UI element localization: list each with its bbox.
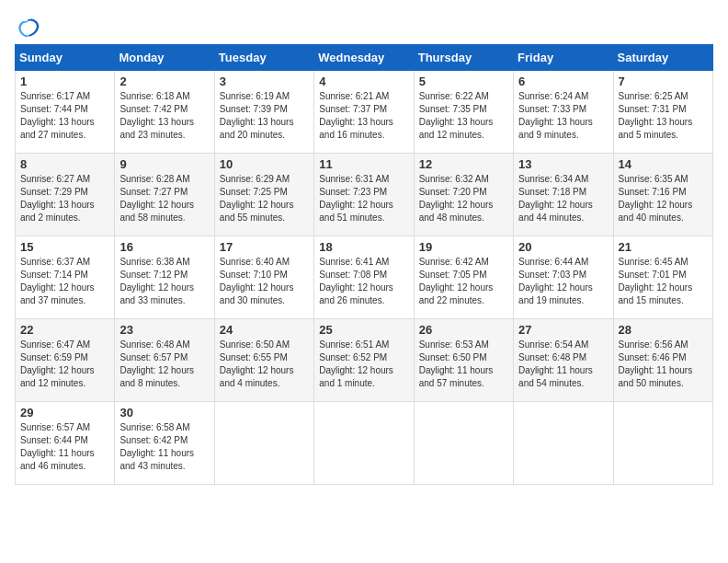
calendar-week-row: 22Sunrise: 6:47 AMSunset: 6:59 PMDayligh… (16, 319, 713, 402)
day-number: 10 (220, 157, 309, 171)
day-info: Sunrise: 6:21 AMSunset: 7:37 PMDaylight:… (319, 90, 408, 142)
day-info: Sunrise: 6:56 AMSunset: 6:46 PMDaylight:… (619, 339, 708, 390)
day-number: 19 (419, 240, 508, 254)
empty-cell (414, 402, 513, 485)
day-number: 18 (319, 240, 408, 254)
day-header-monday: Monday (115, 45, 214, 71)
calendar-header-row: SundayMondayTuesdayWednesdayThursdayFrid… (16, 45, 713, 71)
calendar-day-cell: 30Sunrise: 6:58 AMSunset: 6:42 PMDayligh… (115, 402, 214, 485)
day-number: 6 (518, 75, 608, 88)
day-number: 5 (419, 75, 508, 88)
day-info: Sunrise: 6:24 AMSunset: 7:33 PMDaylight:… (518, 90, 608, 142)
calendar-day-cell: 23Sunrise: 6:48 AMSunset: 6:57 PMDayligh… (115, 319, 214, 402)
day-number: 15 (20, 240, 109, 254)
empty-cell (314, 402, 414, 485)
day-info: Sunrise: 6:27 AMSunset: 7:29 PMDaylight:… (20, 173, 109, 224)
calendar-day-cell: 2Sunrise: 6:18 AMSunset: 7:42 PMDaylight… (115, 71, 214, 154)
logo (15, 15, 44, 40)
page-header (15, 15, 713, 40)
calendar-day-cell: 27Sunrise: 6:54 AMSunset: 6:48 PMDayligh… (514, 319, 613, 402)
calendar-day-cell: 28Sunrise: 6:56 AMSunset: 6:46 PMDayligh… (613, 319, 712, 402)
calendar-day-cell: 7Sunrise: 6:25 AMSunset: 7:31 PMDaylight… (613, 71, 712, 154)
calendar-day-cell: 20Sunrise: 6:44 AMSunset: 7:03 PMDayligh… (514, 236, 613, 319)
day-number: 7 (619, 75, 708, 88)
day-header-thursday: Thursday (414, 45, 513, 71)
day-number: 12 (419, 157, 508, 171)
day-number: 28 (619, 323, 708, 337)
day-info: Sunrise: 6:28 AMSunset: 7:27 PMDaylight:… (119, 173, 209, 224)
day-number: 11 (319, 157, 408, 171)
calendar-day-cell: 19Sunrise: 6:42 AMSunset: 7:05 PMDayligh… (414, 236, 513, 319)
day-info: Sunrise: 6:51 AMSunset: 6:52 PMDaylight:… (319, 339, 408, 390)
day-number: 24 (220, 323, 309, 337)
day-info: Sunrise: 6:54 AMSunset: 6:48 PMDaylight:… (518, 339, 608, 390)
day-number: 30 (119, 406, 209, 419)
calendar-day-cell: 1Sunrise: 6:17 AMSunset: 7:44 PMDaylight… (16, 71, 115, 154)
calendar-day-cell: 6Sunrise: 6:24 AMSunset: 7:33 PMDaylight… (514, 71, 613, 154)
calendar-day-cell: 16Sunrise: 6:38 AMSunset: 7:12 PMDayligh… (115, 236, 214, 319)
day-number: 22 (20, 323, 109, 337)
day-number: 14 (619, 157, 708, 171)
calendar-day-cell: 4Sunrise: 6:21 AMSunset: 7:37 PMDaylight… (314, 71, 414, 154)
calendar-week-row: 29Sunrise: 6:57 AMSunset: 6:44 PMDayligh… (16, 402, 713, 485)
day-number: 26 (419, 323, 508, 337)
day-info: Sunrise: 6:38 AMSunset: 7:12 PMDaylight:… (119, 256, 209, 307)
day-info: Sunrise: 6:44 AMSunset: 7:03 PMDaylight:… (518, 256, 608, 307)
day-header-friday: Friday (514, 45, 613, 71)
calendar-week-row: 1Sunrise: 6:17 AMSunset: 7:44 PMDaylight… (16, 71, 713, 154)
day-info: Sunrise: 6:34 AMSunset: 7:18 PMDaylight:… (518, 173, 608, 224)
calendar-week-row: 15Sunrise: 6:37 AMSunset: 7:14 PMDayligh… (16, 236, 713, 319)
logo-icon (15, 15, 40, 40)
calendar-day-cell: 9Sunrise: 6:28 AMSunset: 7:27 PMDaylight… (115, 154, 214, 236)
day-info: Sunrise: 6:19 AMSunset: 7:39 PMDaylight:… (220, 90, 309, 142)
day-info: Sunrise: 6:58 AMSunset: 6:42 PMDaylight:… (119, 421, 209, 473)
calendar-day-cell: 12Sunrise: 6:32 AMSunset: 7:20 PMDayligh… (414, 154, 513, 236)
calendar-day-cell: 8Sunrise: 6:27 AMSunset: 7:29 PMDaylight… (16, 154, 115, 236)
day-number: 2 (119, 75, 209, 88)
day-info: Sunrise: 6:41 AMSunset: 7:08 PMDaylight:… (319, 256, 408, 307)
day-info: Sunrise: 6:29 AMSunset: 7:25 PMDaylight:… (220, 173, 309, 224)
day-info: Sunrise: 6:17 AMSunset: 7:44 PMDaylight:… (20, 90, 109, 142)
calendar-day-cell: 18Sunrise: 6:41 AMSunset: 7:08 PMDayligh… (314, 236, 414, 319)
day-info: Sunrise: 6:45 AMSunset: 7:01 PMDaylight:… (619, 256, 708, 307)
calendar-week-row: 8Sunrise: 6:27 AMSunset: 7:29 PMDaylight… (16, 154, 713, 236)
day-info: Sunrise: 6:47 AMSunset: 6:59 PMDaylight:… (20, 339, 109, 390)
calendar-day-cell: 25Sunrise: 6:51 AMSunset: 6:52 PMDayligh… (314, 319, 414, 402)
calendar-day-cell: 11Sunrise: 6:31 AMSunset: 7:23 PMDayligh… (314, 154, 414, 236)
day-number: 21 (619, 240, 708, 254)
empty-cell (214, 402, 313, 485)
day-header-wednesday: Wednesday (314, 45, 414, 71)
day-info: Sunrise: 6:48 AMSunset: 6:57 PMDaylight:… (119, 339, 209, 390)
day-info: Sunrise: 6:31 AMSunset: 7:23 PMDaylight:… (319, 173, 408, 224)
day-info: Sunrise: 6:32 AMSunset: 7:20 PMDaylight:… (419, 173, 508, 224)
day-info: Sunrise: 6:35 AMSunset: 7:16 PMDaylight:… (619, 173, 708, 224)
day-number: 23 (119, 323, 209, 337)
calendar-day-cell: 15Sunrise: 6:37 AMSunset: 7:14 PMDayligh… (16, 236, 115, 319)
day-info: Sunrise: 6:40 AMSunset: 7:10 PMDaylight:… (220, 256, 309, 307)
day-header-saturday: Saturday (613, 45, 712, 71)
day-number: 8 (20, 157, 109, 171)
day-info: Sunrise: 6:57 AMSunset: 6:44 PMDaylight:… (20, 421, 109, 473)
empty-cell (514, 402, 613, 485)
calendar-day-cell: 14Sunrise: 6:35 AMSunset: 7:16 PMDayligh… (613, 154, 712, 236)
day-number: 29 (20, 406, 109, 419)
day-number: 13 (518, 157, 608, 171)
calendar-day-cell: 24Sunrise: 6:50 AMSunset: 6:55 PMDayligh… (214, 319, 313, 402)
day-number: 3 (220, 75, 309, 88)
empty-cell (613, 402, 712, 485)
calendar-day-cell: 21Sunrise: 6:45 AMSunset: 7:01 PMDayligh… (613, 236, 712, 319)
calendar-day-cell: 13Sunrise: 6:34 AMSunset: 7:18 PMDayligh… (514, 154, 613, 236)
day-info: Sunrise: 6:53 AMSunset: 6:50 PMDaylight:… (419, 339, 508, 390)
calendar-day-cell: 3Sunrise: 6:19 AMSunset: 7:39 PMDaylight… (214, 71, 313, 154)
calendar-day-cell: 22Sunrise: 6:47 AMSunset: 6:59 PMDayligh… (16, 319, 115, 402)
day-info: Sunrise: 6:37 AMSunset: 7:14 PMDaylight:… (20, 256, 109, 307)
day-number: 16 (119, 240, 209, 254)
calendar-day-cell: 26Sunrise: 6:53 AMSunset: 6:50 PMDayligh… (414, 319, 513, 402)
day-info: Sunrise: 6:42 AMSunset: 7:05 PMDaylight:… (419, 256, 508, 307)
calendar-table: SundayMondayTuesdayWednesdayThursdayFrid… (15, 44, 713, 485)
day-info: Sunrise: 6:50 AMSunset: 6:55 PMDaylight:… (220, 339, 309, 390)
day-number: 20 (518, 240, 608, 254)
day-number: 4 (319, 75, 408, 88)
day-info: Sunrise: 6:25 AMSunset: 7:31 PMDaylight:… (619, 90, 708, 142)
day-info: Sunrise: 6:22 AMSunset: 7:35 PMDaylight:… (419, 90, 508, 142)
